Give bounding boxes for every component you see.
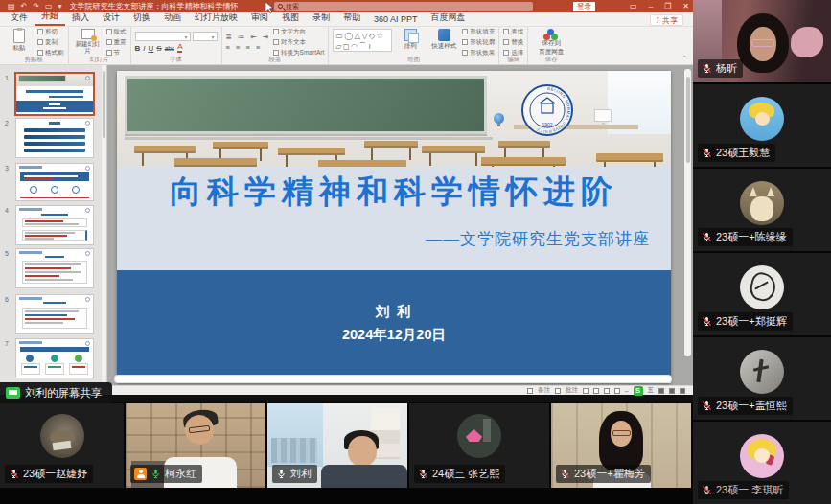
comments-label[interactable]: 批注: [566, 386, 578, 395]
slide-canvas: BEIJING NORMAL UNIVERSITY 1902 向科学精神和科学情…: [107, 65, 693, 385]
thumbnail-slide-1[interactable]: [16, 74, 93, 114]
tab-file[interactable]: 文件: [4, 10, 35, 26]
restore-button[interactable]: ❐: [664, 2, 671, 11]
collapse-ribbon-icon[interactable]: ⌃: [681, 55, 687, 62]
participant-tile[interactable]: 24硕三 张艺熙: [409, 403, 549, 488]
paste-button[interactable]: 粘贴: [4, 29, 35, 56]
arrange-button[interactable]: 排列: [395, 29, 426, 56]
font-color-button[interactable]: A: [177, 43, 182, 53]
participant-tile[interactable]: 23硕一赵婕妤: [0, 403, 124, 488]
thumbnail-slide-7[interactable]: [16, 339, 93, 378]
current-slide[interactable]: BEIJING NORMAL UNIVERSITY 1902 向科学精神和科学情…: [117, 71, 671, 383]
notes-icon[interactable]: [527, 388, 533, 394]
participant-tile[interactable]: 23硕王毅慧: [693, 84, 831, 167]
tab-slideshow[interactable]: 幻灯片放映: [188, 10, 244, 26]
participant-tile[interactable]: 杨昕: [693, 0, 831, 82]
participant-tile[interactable]: 23硕一+郑挺辉: [693, 253, 831, 335]
thumbnail-slide-5[interactable]: [16, 249, 93, 287]
group-clipboard: 粘贴 剪切 复制 格式刷 剪贴板: [0, 27, 69, 64]
slide-thumb-1: 1: [0, 74, 107, 114]
notes-label[interactable]: 备注: [538, 386, 550, 395]
reading-view-icon[interactable]: [604, 388, 610, 394]
avatar: [40, 414, 84, 458]
canvas-horizontal-scrollbar[interactable]: [115, 376, 671, 382]
ppt-share-button[interactable]: ⤴ 共享: [650, 14, 683, 26]
alignment-buttons[interactable]: ≡ ≡ ≡ ≡: [226, 43, 271, 52]
participant-tile[interactable]: 23硕一+陈缘缘: [693, 169, 831, 251]
group-editing: 查找 替换 选择 编辑: [499, 27, 528, 64]
ime-mode-icon[interactable]: 五: [648, 386, 655, 395]
thumbnail-slide-6[interactable]: [16, 295, 93, 333]
mic-muted-icon: [702, 485, 712, 495]
close-button[interactable]: ✕: [682, 2, 689, 11]
tab-record[interactable]: 录制: [306, 10, 336, 26]
tab-insert[interactable]: 插入: [65, 10, 96, 26]
sogou-ime-icon[interactable]: S: [634, 386, 643, 396]
thumbnail-scrollbar[interactable]: [102, 65, 106, 385]
new-slide-button[interactable]: 新建幻灯片: [73, 29, 104, 56]
clear-format-button[interactable]: abc: [165, 45, 174, 52]
avatar: [457, 414, 501, 458]
participant-tile[interactable]: 23硕一+盖恒熙: [693, 337, 831, 420]
participant-tile[interactable]: 刘利: [267, 403, 407, 488]
ppt-work-area: 1: [0, 65, 693, 385]
participant-name-tag: 23硕王毅慧: [698, 144, 775, 162]
tab-help[interactable]: 帮助: [336, 10, 367, 26]
replace-button[interactable]: 替换: [503, 38, 523, 47]
bold-button[interactable]: B: [135, 44, 141, 53]
find-button[interactable]: 查找: [503, 28, 523, 36]
ime-keyboard-icon[interactable]: [669, 388, 675, 394]
participant-name-tag: 23硕一+盖恒熙: [698, 397, 793, 415]
zoom-out-icon[interactable]: –: [625, 387, 629, 394]
list-indent-buttons[interactable]: ≣ ≔ ⇤ ⇥: [226, 33, 271, 41]
computer-monitor: [594, 109, 612, 122]
font-size-combo[interactable]: ▾: [193, 32, 218, 41]
group-font: ▾ ▾ B I U S abc A 字体: [131, 27, 222, 64]
layout-button[interactable]: 版式: [106, 28, 127, 36]
participant-tile[interactable]: 23硕一 李琪昕: [693, 422, 831, 504]
thumbnail-slide-2[interactable]: [16, 119, 93, 157]
align-text-button[interactable]: 对齐文本: [273, 38, 324, 47]
tab-design[interactable]: 设计: [96, 10, 127, 26]
normal-view-icon[interactable]: [583, 388, 589, 394]
text-direction-button[interactable]: 文字方向: [273, 28, 324, 36]
login-button[interactable]: 登录: [573, 2, 595, 11]
tab-360-ai-ppt[interactable]: 360 AI PPT: [367, 12, 425, 26]
slideshow-view-icon[interactable]: [614, 388, 620, 394]
tab-animations[interactable]: 动画: [157, 10, 188, 26]
slide-sorter-view-icon[interactable]: [593, 388, 599, 394]
canvas-vertical-scrollbar[interactable]: [684, 69, 691, 356]
thumbnail-slide-3[interactable]: [16, 164, 93, 200]
window-controls: ▭ – ❐ ✕: [630, 0, 689, 12]
underline-button[interactable]: U: [149, 44, 154, 53]
ribbon-display-button[interactable]: ▭: [630, 2, 637, 11]
copy-button[interactable]: 复制: [37, 38, 64, 47]
participant-tile[interactable]: 23硕一+瞿梅芳: [551, 403, 691, 488]
screen-share-icon: [6, 387, 20, 399]
tab-baidu-netdisk[interactable]: 百度网盘: [425, 10, 473, 26]
shape-fill-button[interactable]: 形状填充: [462, 28, 495, 36]
font-name-combo[interactable]: ▾: [135, 32, 191, 41]
active-speaker-tile[interactable]: 柯永红: [126, 403, 265, 488]
mic-muted-icon: [418, 469, 428, 479]
presenter-name: 刘 利: [117, 303, 671, 321]
quick-styles-button[interactable]: 快速样式: [428, 29, 459, 56]
comments-icon[interactable]: [555, 388, 561, 394]
tab-transitions[interactable]: 切换: [127, 10, 157, 26]
ime-pen-icon[interactable]: [658, 388, 664, 394]
shape-outline-button[interactable]: 形状轮廓: [462, 38, 495, 47]
reset-button[interactable]: 重置: [106, 38, 127, 47]
thumbnail-slide-4[interactable]: [16, 206, 93, 244]
shape-fill-icon: [462, 29, 468, 34]
cut-button[interactable]: 剪切: [37, 28, 64, 36]
italic-button[interactable]: I: [143, 44, 145, 53]
shapes-gallery[interactable]: ▭◯△▽◇☆ ▱◻◠⌒≀: [333, 29, 392, 52]
strikethrough-button[interactable]: S: [156, 44, 161, 53]
ime-settings-icon[interactable]: [680, 388, 685, 394]
baidu-netdisk-icon: [543, 29, 559, 38]
mic-muted-icon: [702, 316, 712, 327]
tab-home[interactable]: 开始: [35, 8, 65, 26]
minimize-button[interactable]: –: [649, 2, 653, 11]
save-to-baidu-button[interactable]: 保存到 百度网盘: [532, 29, 570, 56]
tab-view[interactable]: 视图: [275, 10, 306, 26]
